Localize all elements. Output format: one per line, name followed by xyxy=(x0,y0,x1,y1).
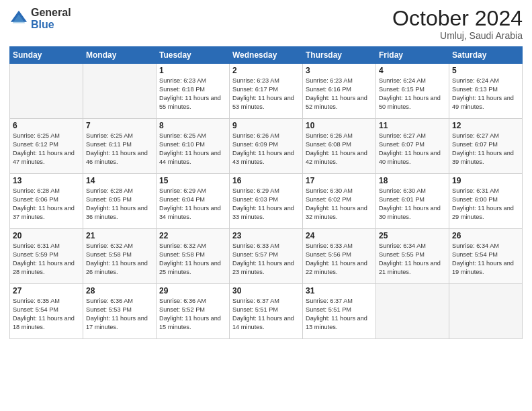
cell-info: Sunrise: 6:34 AMSunset: 5:54 PMDaylight:… xyxy=(452,242,519,277)
calendar-cell: 18Sunrise: 6:30 AMSunset: 6:01 PMDayligh… xyxy=(376,174,449,229)
cell-info: Sunrise: 6:30 AMSunset: 6:01 PMDaylight:… xyxy=(379,187,446,222)
day-number: 30 xyxy=(232,286,300,295)
calendar-cell: 25Sunrise: 6:34 AMSunset: 5:55 PMDayligh… xyxy=(376,229,449,284)
calendar-week-4: 20Sunrise: 6:31 AMSunset: 5:59 PMDayligh… xyxy=(10,229,523,284)
calendar-cell: 20Sunrise: 6:31 AMSunset: 5:59 PMDayligh… xyxy=(10,229,83,284)
col-sunday: Sunday xyxy=(10,47,83,64)
day-number: 6 xyxy=(13,121,80,130)
calendar-cell xyxy=(449,284,523,339)
cell-info: Sunrise: 6:25 AMSunset: 6:12 PMDaylight:… xyxy=(13,132,80,167)
calendar-cell: 21Sunrise: 6:32 AMSunset: 5:58 PMDayligh… xyxy=(83,229,157,284)
page-container: General Blue October 2024 Umluj, Saudi A… xyxy=(0,0,532,346)
day-number: 17 xyxy=(306,176,373,185)
cell-info: Sunrise: 6:37 AMSunset: 5:51 PMDaylight:… xyxy=(232,297,300,332)
col-wednesday: Wednesday xyxy=(230,47,303,64)
col-tuesday: Tuesday xyxy=(157,47,230,64)
cell-info: Sunrise: 6:25 AMSunset: 6:11 PMDaylight:… xyxy=(86,132,153,167)
day-number: 15 xyxy=(159,176,226,185)
calendar-cell: 22Sunrise: 6:32 AMSunset: 5:58 PMDayligh… xyxy=(157,229,230,284)
day-number: 5 xyxy=(452,66,519,75)
day-number: 12 xyxy=(452,121,519,130)
col-monday: Monday xyxy=(83,47,157,64)
calendar-week-5: 27Sunrise: 6:35 AMSunset: 5:54 PMDayligh… xyxy=(10,284,523,339)
cell-info: Sunrise: 6:32 AMSunset: 5:58 PMDaylight:… xyxy=(86,242,153,277)
calendar-cell: 29Sunrise: 6:36 AMSunset: 5:52 PMDayligh… xyxy=(157,284,230,339)
cell-info: Sunrise: 6:31 AMSunset: 6:00 PMDaylight:… xyxy=(452,187,519,222)
calendar-cell: 31Sunrise: 6:37 AMSunset: 5:51 PMDayligh… xyxy=(303,284,376,339)
logo: General Blue xyxy=(9,7,71,30)
cell-info: Sunrise: 6:35 AMSunset: 5:54 PMDaylight:… xyxy=(13,297,80,332)
calendar-cell xyxy=(83,64,157,119)
day-number: 11 xyxy=(379,121,446,130)
day-number: 2 xyxy=(232,66,300,75)
cell-info: Sunrise: 6:31 AMSunset: 5:59 PMDaylight:… xyxy=(13,242,80,277)
calendar-cell: 10Sunrise: 6:26 AMSunset: 6:08 PMDayligh… xyxy=(303,119,376,174)
calendar-cell: 19Sunrise: 6:31 AMSunset: 6:00 PMDayligh… xyxy=(449,174,523,229)
day-number: 18 xyxy=(379,176,446,185)
calendar-table: Sunday Monday Tuesday Wednesday Thursday… xyxy=(9,46,523,339)
calendar-cell: 24Sunrise: 6:33 AMSunset: 5:56 PMDayligh… xyxy=(303,229,376,284)
calendar-week-2: 6Sunrise: 6:25 AMSunset: 6:12 PMDaylight… xyxy=(10,119,523,174)
calendar-cell: 9Sunrise: 6:26 AMSunset: 6:09 PMDaylight… xyxy=(230,119,303,174)
day-number: 19 xyxy=(452,176,519,185)
calendar-cell: 14Sunrise: 6:28 AMSunset: 6:05 PMDayligh… xyxy=(83,174,157,229)
calendar-cell: 11Sunrise: 6:27 AMSunset: 6:07 PMDayligh… xyxy=(376,119,449,174)
day-number: 21 xyxy=(86,231,153,240)
calendar-cell: 26Sunrise: 6:34 AMSunset: 5:54 PMDayligh… xyxy=(449,229,523,284)
location: Umluj, Saudi Arabia xyxy=(392,30,523,41)
cell-info: Sunrise: 6:26 AMSunset: 6:08 PMDaylight:… xyxy=(306,132,373,167)
calendar-cell: 2Sunrise: 6:23 AMSunset: 6:17 PMDaylight… xyxy=(230,64,303,119)
calendar-cell: 3Sunrise: 6:23 AMSunset: 6:16 PMDaylight… xyxy=(303,64,376,119)
logo-icon xyxy=(9,9,28,28)
calendar-cell xyxy=(10,64,83,119)
cell-info: Sunrise: 6:28 AMSunset: 6:05 PMDaylight:… xyxy=(86,187,153,222)
cell-info: Sunrise: 6:27 AMSunset: 6:07 PMDaylight:… xyxy=(379,132,446,167)
calendar-cell: 17Sunrise: 6:30 AMSunset: 6:02 PMDayligh… xyxy=(303,174,376,229)
header-row: Sunday Monday Tuesday Wednesday Thursday… xyxy=(10,47,523,64)
day-number: 23 xyxy=(232,231,300,240)
day-number: 4 xyxy=(379,66,446,75)
day-number: 1 xyxy=(159,66,226,75)
logo-blue: Blue xyxy=(31,19,71,31)
day-number: 3 xyxy=(306,66,373,75)
calendar-cell: 12Sunrise: 6:27 AMSunset: 6:07 PMDayligh… xyxy=(449,119,523,174)
day-number: 26 xyxy=(452,231,519,240)
day-number: 8 xyxy=(159,121,226,130)
day-number: 28 xyxy=(86,286,153,295)
day-number: 31 xyxy=(306,286,373,295)
calendar-cell: 16Sunrise: 6:29 AMSunset: 6:03 PMDayligh… xyxy=(230,174,303,229)
day-number: 16 xyxy=(232,176,300,185)
day-number: 20 xyxy=(13,231,80,240)
cell-info: Sunrise: 6:26 AMSunset: 6:09 PMDaylight:… xyxy=(232,132,300,167)
cell-info: Sunrise: 6:36 AMSunset: 5:53 PMDaylight:… xyxy=(86,297,153,332)
day-number: 9 xyxy=(232,121,300,130)
day-number: 22 xyxy=(159,231,226,240)
calendar-cell: 15Sunrise: 6:29 AMSunset: 6:04 PMDayligh… xyxy=(157,174,230,229)
day-number: 13 xyxy=(13,176,80,185)
cell-info: Sunrise: 6:33 AMSunset: 5:57 PMDaylight:… xyxy=(232,242,300,277)
cell-info: Sunrise: 6:37 AMSunset: 5:51 PMDaylight:… xyxy=(306,297,373,332)
cell-info: Sunrise: 6:25 AMSunset: 6:10 PMDaylight:… xyxy=(159,132,226,167)
month-title: October 2024 xyxy=(392,7,523,30)
cell-info: Sunrise: 6:23 AMSunset: 6:17 PMDaylight:… xyxy=(232,77,300,111)
calendar-cell: 13Sunrise: 6:28 AMSunset: 6:06 PMDayligh… xyxy=(10,174,83,229)
calendar-cell: 30Sunrise: 6:37 AMSunset: 5:51 PMDayligh… xyxy=(230,284,303,339)
day-number: 27 xyxy=(13,286,80,295)
day-number: 10 xyxy=(306,121,373,130)
col-saturday: Saturday xyxy=(449,47,523,64)
col-friday: Friday xyxy=(376,47,449,64)
day-number: 25 xyxy=(379,231,446,240)
calendar-cell: 27Sunrise: 6:35 AMSunset: 5:54 PMDayligh… xyxy=(10,284,83,339)
day-number: 7 xyxy=(86,121,153,130)
calendar-cell: 23Sunrise: 6:33 AMSunset: 5:57 PMDayligh… xyxy=(230,229,303,284)
cell-info: Sunrise: 6:24 AMSunset: 6:15 PMDaylight:… xyxy=(379,77,446,111)
header: General Blue October 2024 Umluj, Saudi A… xyxy=(9,7,523,41)
calendar-cell xyxy=(376,284,449,339)
cell-info: Sunrise: 6:33 AMSunset: 5:56 PMDaylight:… xyxy=(306,242,373,277)
calendar-cell: 1Sunrise: 6:23 AMSunset: 6:18 PMDaylight… xyxy=(157,64,230,119)
logo-text: General Blue xyxy=(31,7,71,30)
cell-info: Sunrise: 6:30 AMSunset: 6:02 PMDaylight:… xyxy=(306,187,373,222)
col-thursday: Thursday xyxy=(303,47,376,64)
cell-info: Sunrise: 6:34 AMSunset: 5:55 PMDaylight:… xyxy=(379,242,446,277)
calendar-cell: 7Sunrise: 6:25 AMSunset: 6:11 PMDaylight… xyxy=(83,119,157,174)
